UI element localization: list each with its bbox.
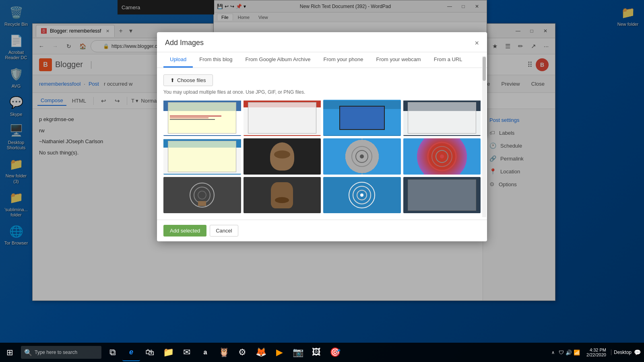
clock-time: 4:32 PM <box>590 348 606 352</box>
image-thumb-1[interactable] <box>163 100 241 136</box>
tripadvisor-button[interactable]: 🦉 <box>215 343 233 361</box>
image-thumb-12[interactable] <box>403 177 481 213</box>
upload-section: ⬆ Choose files You may upload multiple f… <box>163 74 481 95</box>
modal-scrollbar[interactable] <box>482 56 486 217</box>
image-thumb-7[interactable] <box>323 138 401 175</box>
camera-app-button[interactable]: 📷 <box>289 343 307 361</box>
image-thumb-2[interactable] <box>244 100 321 136</box>
add-selected-button[interactable]: Add selected <box>163 225 206 237</box>
vlc-button[interactable]: ▶ <box>270 343 288 361</box>
choose-files-button[interactable]: ⬆ Choose files <box>163 74 213 86</box>
antivirus-icon: 🛡 <box>559 350 564 356</box>
from-blog-tab[interactable]: From this blog <box>193 52 239 68</box>
edge-button[interactable]: e <box>122 343 140 361</box>
scroll-thumb <box>483 57 486 81</box>
modal-title: Add Images <box>165 39 204 47</box>
from-phone-tab[interactable]: From your phone <box>317 52 369 68</box>
notification-icon[interactable]: 💬 <box>634 349 641 356</box>
image-thumb-8[interactable] <box>403 138 481 175</box>
desktop: 🗑️ Recycle Bin 📄 Acrobat Reader DC 🛡️ AV… <box>0 0 644 362</box>
clock-date: 2/22/2020 <box>586 352 606 357</box>
modal-body: ⬆ Choose files You may upload multiple f… <box>157 68 487 220</box>
add-images-modal: Add Images × Upload From this blog From … <box>157 32 487 241</box>
taskview-button[interactable]: ⧉ <box>104 343 122 361</box>
svg-rect-11 <box>198 201 206 206</box>
image-thumb-6[interactable] <box>244 138 321 175</box>
modal-close-button[interactable]: × <box>475 39 479 47</box>
photos-button[interactable]: 🖼 <box>308 343 325 361</box>
upload-arrow-icon: ⬆ <box>170 77 175 83</box>
taskbar-apps: ⧉ e 🛍 📁 ✉ a 🦉 ⚙ 🦊 ▶ 📷 🖼 🎯 <box>104 343 344 362</box>
modal-footer: Add selected Cancel <box>157 220 487 241</box>
show-hidden-icons-button[interactable]: ∧ <box>551 350 555 355</box>
modal-overlay: Add Images × Upload From this blog From … <box>0 0 644 362</box>
mail-button[interactable]: ✉ <box>178 343 196 361</box>
svg-point-10 <box>198 191 206 199</box>
taskbar-right: ∧ 🛡 🔊 📶 4:32 PM 2/22/2020 Desktop 💬 <box>551 347 644 358</box>
start-button[interactable]: ⊞ <box>0 343 19 362</box>
system-clock[interactable]: 4:32 PM 2/22/2020 <box>584 347 609 358</box>
svg-point-7 <box>440 154 444 158</box>
image-thumb-5[interactable] <box>163 138 241 175</box>
files-button[interactable]: 📁 <box>159 343 177 361</box>
firefox-button[interactable]: 🦊 <box>252 343 270 361</box>
taskbar: ⊞ 🔍 ⧉ e 🛍 📁 ✉ a 🦉 ⚙ 🦊 ▶ 📷 🖼 🎯 ∧ 🛡 🔊 � <box>0 343 644 362</box>
image-grid <box>163 100 481 213</box>
unknown-app-button[interactable]: 🎯 <box>326 343 344 361</box>
volume-icon[interactable]: 🔊 <box>566 350 572 356</box>
desktop-button[interactable]: Desktop <box>611 350 632 355</box>
systray: 🛡 🔊 📶 <box>557 350 582 356</box>
network-icon[interactable]: 📶 <box>574 350 580 356</box>
image-thumb-11[interactable] <box>323 177 401 213</box>
from-webcam-tab[interactable]: From your webcam <box>369 52 427 68</box>
upload-tab[interactable]: Upload <box>163 52 193 68</box>
search-bar[interactable]: 🔍 <box>21 346 101 359</box>
amazon-button[interactable]: a <box>196 343 214 361</box>
search-icon: 🔍 <box>24 349 32 356</box>
svg-point-15 <box>360 193 363 197</box>
cancel-button[interactable]: Cancel <box>210 225 238 237</box>
svg-point-3 <box>360 154 364 158</box>
image-thumb-9[interactable] <box>163 177 241 213</box>
store-button[interactable]: 🛍 <box>141 343 159 361</box>
search-input[interactable] <box>35 350 98 355</box>
upload-hint: You may upload multiple files at once. U… <box>163 89 481 95</box>
image-thumb-10[interactable] <box>244 177 321 213</box>
image-thumb-3[interactable] <box>323 100 401 136</box>
modal-tabs: Upload From this blog From Google Album … <box>157 52 487 68</box>
from-google-album-tab[interactable]: From Google Album Archive <box>239 52 317 68</box>
from-url-tab[interactable]: From a URL <box>427 52 469 68</box>
image-thumb-4[interactable] <box>403 100 481 136</box>
svg-point-9 <box>194 187 210 203</box>
modal-header: Add Images × <box>157 32 487 52</box>
tor-button[interactable]: ⚙ <box>233 343 251 361</box>
